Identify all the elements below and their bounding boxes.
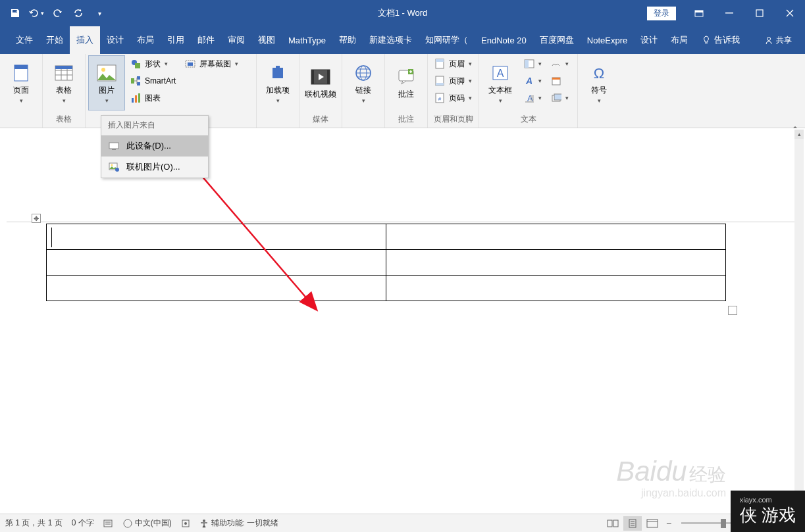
- tab-baidu[interactable]: 百度网盘: [533, 26, 581, 54]
- textbox-icon: A: [490, 62, 511, 84]
- zoom-in-button[interactable]: +: [754, 518, 766, 529]
- tab-tellme[interactable]: 告诉我: [694, 26, 746, 54]
- table-cell[interactable]: [386, 250, 726, 276]
- qat-customize-button[interactable]: ▾: [90, 3, 109, 23]
- header-button[interactable]: 页眉▾: [430, 55, 476, 72]
- status-macros[interactable]: [181, 519, 190, 528]
- tab-home[interactable]: 开始: [39, 26, 70, 54]
- tab-references[interactable]: 引用: [161, 26, 191, 54]
- table-button[interactable]: 表格▾: [45, 55, 82, 110]
- view-print-button[interactable]: [623, 516, 642, 531]
- table-cell[interactable]: [47, 276, 386, 301]
- svg-point-55: [184, 522, 187, 525]
- table-move-handle[interactable]: ✥: [32, 214, 41, 223]
- page-button[interactable]: 页面▾: [3, 55, 39, 110]
- picture-button[interactable]: 图片▾: [88, 55, 125, 110]
- zoom-thumb[interactable]: [721, 519, 726, 528]
- table-cell[interactable]: [386, 224, 726, 250]
- comment-button[interactable]: 批注: [388, 55, 425, 110]
- svg-rect-21: [188, 62, 193, 66]
- page-number-button[interactable]: #页码▾: [430, 89, 476, 107]
- maximize-button[interactable]: [744, 0, 775, 26]
- svg-point-11: [101, 68, 105, 72]
- status-language[interactable]: 中文(中国): [123, 518, 172, 529]
- table-row[interactable]: [47, 224, 726, 250]
- zoom-out-button[interactable]: −: [663, 518, 675, 529]
- tab-insert[interactable]: 插入: [70, 26, 100, 54]
- status-words[interactable]: 0 个字: [72, 518, 94, 529]
- tab-view[interactable]: 视图: [251, 26, 282, 54]
- page-canvas[interactable]: ✥: [0, 128, 805, 514]
- zoom-slider[interactable]: [681, 522, 747, 524]
- tab-endnote[interactable]: EndNote 20: [475, 26, 533, 54]
- links-button[interactable]: 链接▾: [345, 55, 382, 110]
- tab-mathtype[interactable]: MathType: [282, 26, 332, 54]
- tab-review[interactable]: 审阅: [221, 26, 251, 54]
- tab-help[interactable]: 帮助: [332, 26, 363, 54]
- group-page: 页面▾: [0, 54, 43, 128]
- status-accessibility[interactable]: 辅助功能: 一切就绪: [199, 518, 279, 529]
- tab-design[interactable]: 设计: [100, 26, 130, 54]
- svg-rect-47: [112, 149, 116, 150]
- quickparts-icon: [524, 59, 534, 68]
- video-icon: [310, 66, 331, 87]
- tab-file[interactable]: 文件: [9, 26, 39, 54]
- signature-button[interactable]: ▾: [547, 55, 573, 72]
- undo-button[interactable]: ▾: [26, 3, 46, 23]
- margin-guide: [7, 222, 798, 222]
- tab-custom[interactable]: 新建选项卡: [363, 26, 419, 54]
- tab-layout2[interactable]: 布局: [664, 26, 694, 54]
- zoom-level[interactable]: 150%: [767, 519, 800, 528]
- status-page[interactable]: 第 1 页，共 1 页: [5, 518, 63, 529]
- dropdown-online-picture[interactable]: 联机图片(O)...: [101, 157, 208, 178]
- tab-mailings[interactable]: 邮件: [191, 26, 221, 54]
- vertical-scrollbar[interactable]: ▴: [794, 130, 804, 512]
- scroll-up-button[interactable]: ▴: [794, 130, 804, 139]
- redo-button[interactable]: [47, 3, 67, 23]
- minimize-icon: [725, 9, 733, 17]
- table-cell[interactable]: [386, 276, 726, 301]
- tab-noteexpress[interactable]: NoteExpre: [581, 26, 634, 54]
- print-layout-icon: [627, 519, 638, 528]
- smartart-button[interactable]: SmartArt: [126, 72, 180, 89]
- tab-layout[interactable]: 布局: [130, 26, 161, 54]
- refresh-button[interactable]: [68, 3, 88, 23]
- dropdown-this-device[interactable]: 此设备(D)...: [101, 135, 208, 157]
- table-resize-handle[interactable]: [728, 306, 737, 315]
- minimize-button[interactable]: [714, 0, 744, 26]
- wordart-button[interactable]: A▾: [520, 72, 546, 89]
- tellme-label: 告诉我: [714, 34, 740, 46]
- status-spellcheck[interactable]: [103, 519, 114, 528]
- table-cell[interactable]: [47, 250, 386, 276]
- login-button[interactable]: 登录: [647, 7, 676, 20]
- addins-button[interactable]: 加载项▾: [259, 55, 296, 110]
- share-button[interactable]: 共享: [756, 35, 800, 46]
- footer-button[interactable]: 页脚▾: [430, 72, 476, 89]
- ribbon-display-button[interactable]: [684, 0, 714, 26]
- document-table[interactable]: [46, 224, 726, 301]
- object-button[interactable]: ▾: [547, 89, 573, 107]
- table-row[interactable]: [47, 276, 726, 301]
- table-cell[interactable]: [47, 224, 386, 250]
- wordart-icon: A: [524, 76, 534, 85]
- chart-button[interactable]: 图表: [126, 89, 180, 107]
- titlebar: ▾ ▾ 文档1 - Word 登录: [0, 0, 805, 26]
- device-icon: [108, 140, 120, 152]
- table-label: 表格: [56, 85, 72, 96]
- tab-cnki[interactable]: 知网研学（: [419, 26, 475, 54]
- dropcap-button[interactable]: A▾: [520, 89, 546, 107]
- quickparts-button[interactable]: ▾: [520, 55, 546, 72]
- screenshot-button[interactable]: 屏幕截图▾: [181, 55, 242, 72]
- close-button[interactable]: [775, 0, 805, 26]
- shapes-button[interactable]: 形状▾: [126, 55, 180, 72]
- tab-design2[interactable]: 设计: [634, 26, 664, 54]
- online-video-button[interactable]: 联机视频: [302, 55, 339, 110]
- accessibility-icon: [199, 519, 209, 528]
- symbol-button[interactable]: Ω 符号▾: [581, 55, 617, 110]
- datetime-button[interactable]: [547, 72, 573, 89]
- view-web-button[interactable]: [643, 516, 662, 531]
- table-row[interactable]: [47, 250, 726, 276]
- textbox-button[interactable]: A 文本框▾: [482, 55, 519, 110]
- save-button[interactable]: [5, 3, 25, 23]
- view-read-button[interactable]: [604, 516, 622, 531]
